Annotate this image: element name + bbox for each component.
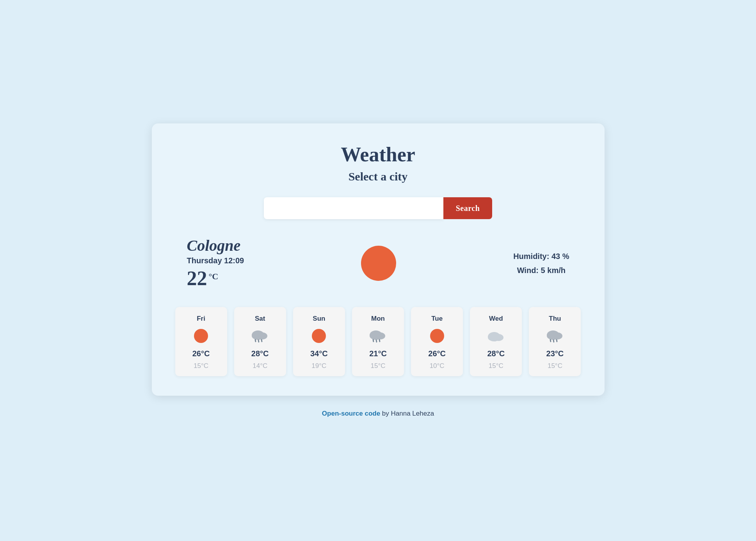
- forecast-card: Mon 21°C15°C: [352, 307, 404, 376]
- forecast-card: Fri26°C15°C: [175, 307, 227, 376]
- temp-unit: °C: [209, 271, 219, 282]
- forecast-row: Fri26°C15°CSat 28°C14°CSun34°C19°CMon 21…: [175, 307, 581, 376]
- forecast-day-label: Mon: [371, 315, 385, 323]
- forecast-day-label: Sat: [255, 315, 265, 323]
- svg-point-8: [370, 333, 377, 339]
- forecast-icon-area: [249, 327, 270, 345]
- cloud-rain-icon: [367, 327, 388, 345]
- forecast-low-temp: 15°C: [194, 362, 208, 370]
- sun-icon-large: [361, 246, 396, 281]
- search-row: Search: [175, 197, 581, 219]
- forecast-day-label: Sun: [313, 315, 325, 323]
- svg-point-14: [488, 334, 496, 341]
- page-subtitle: Select a city: [175, 170, 581, 183]
- cloud-icon: [486, 329, 507, 343]
- forecast-high-temp: 21°C: [369, 349, 387, 358]
- search-input[interactable]: [264, 197, 443, 219]
- forecast-high-temp: 34°C: [310, 349, 328, 358]
- city-name: Cologne: [187, 236, 244, 255]
- humidity-wind-info: Humidity: 43 % Wind: 5 km/h: [513, 249, 569, 277]
- forecast-high-temp: 28°C: [251, 349, 269, 358]
- forecast-low-temp: 15°C: [548, 362, 562, 370]
- forecast-high-temp: 28°C: [487, 349, 505, 358]
- forecast-high-temp: 23°C: [546, 349, 564, 358]
- forecast-high-temp: 26°C: [428, 349, 446, 358]
- cloud-rain-icon: [544, 327, 566, 345]
- forecast-card: Sun34°C19°C: [293, 307, 345, 376]
- city-datetime: Thursday 12:09: [187, 256, 244, 265]
- forecast-icon-area: [194, 327, 208, 345]
- temp-value: 22: [187, 267, 207, 290]
- forecast-low-temp: 15°C: [371, 362, 386, 370]
- wind-value: Wind: 5 km/h: [513, 263, 569, 277]
- current-weather-section: Cologne Thursday 12:09 22 °C Humidity: 4…: [175, 236, 581, 290]
- svg-rect-11: [379, 339, 381, 342]
- svg-point-17: [547, 333, 555, 339]
- svg-rect-4: [258, 339, 260, 343]
- city-info: Cologne Thursday 12:09 22 °C: [187, 236, 244, 290]
- forecast-icon-area: [486, 327, 507, 345]
- page-title: Weather: [175, 143, 581, 166]
- forecast-day-label: Wed: [489, 315, 503, 323]
- current-weather-icon: [361, 246, 396, 281]
- forecast-low-temp: 10°C: [430, 362, 445, 370]
- search-button[interactable]: Search: [443, 197, 493, 219]
- sun-icon: [430, 329, 444, 343]
- sun-icon: [312, 329, 326, 343]
- footer-link[interactable]: Open-source code: [322, 410, 380, 417]
- svg-rect-19: [553, 339, 554, 343]
- forecast-day-label: Tue: [431, 315, 443, 323]
- cloud-rain-icon: [249, 327, 270, 345]
- app-container: Weather Select a city Search Cologne Thu…: [152, 123, 605, 396]
- forecast-low-temp: 15°C: [489, 362, 503, 370]
- forecast-icon-area: [312, 327, 326, 345]
- humidity-value: Humidity: 43 %: [513, 249, 569, 263]
- svg-rect-20: [556, 339, 557, 342]
- svg-rect-5: [261, 339, 263, 342]
- city-temp: 22 °C: [187, 267, 244, 290]
- forecast-card: Sat 28°C14°C: [234, 307, 286, 376]
- forecast-low-temp: 19°C: [311, 362, 326, 370]
- forecast-card: Wed 28°C15°C: [470, 307, 522, 376]
- forecast-card: Tue26°C10°C: [411, 307, 463, 376]
- forecast-card: Thu 23°C15°C: [529, 307, 581, 376]
- forecast-day-label: Thu: [549, 315, 561, 323]
- svg-rect-10: [376, 339, 377, 343]
- forecast-icon-area: [430, 327, 444, 345]
- forecast-day-label: Fri: [197, 315, 205, 323]
- footer-suffix: by Hanna Leheza: [380, 410, 434, 417]
- sun-icon: [194, 329, 208, 343]
- forecast-icon-area: [544, 327, 566, 345]
- forecast-high-temp: 26°C: [192, 349, 210, 358]
- forecast-icon-area: [367, 327, 388, 345]
- footer: Open-source code by Hanna Leheza: [322, 410, 434, 418]
- svg-point-2: [252, 333, 260, 339]
- forecast-low-temp: 14°C: [253, 362, 267, 370]
